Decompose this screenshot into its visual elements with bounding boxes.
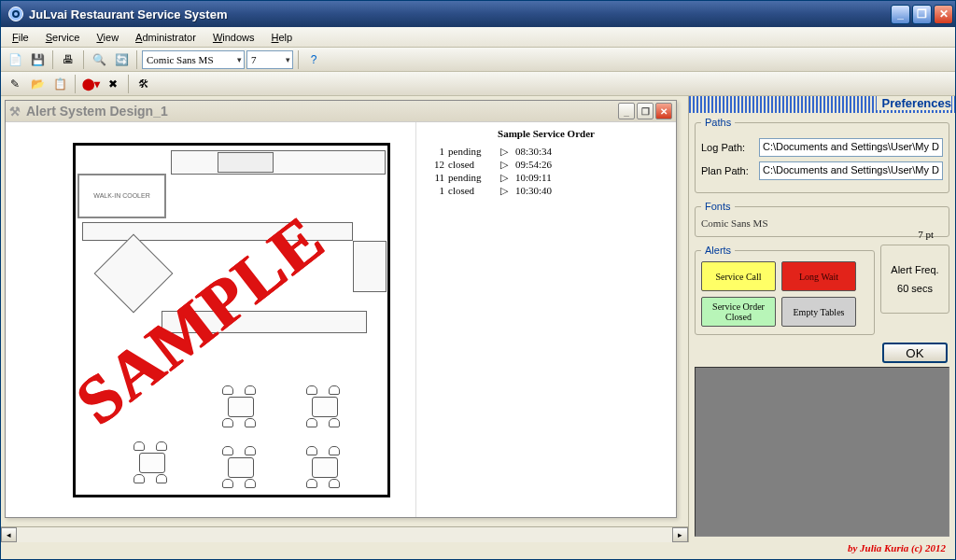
stop-icon[interactable]: ✖: [103, 74, 123, 94]
plan-path-label: Plan Path:: [701, 165, 753, 176]
properties-icon[interactable]: 📋: [49, 74, 70, 94]
order-row[interactable]: 11pending▷10:09:11: [426, 171, 667, 184]
mdi-area: ⚒ Alert System Design_1 _ ❐ ✕ WALK-IN CO…: [1, 96, 688, 542]
refresh-icon[interactable]: 🔄: [111, 49, 132, 70]
floor-plan-drawing: WALK-IN COOLER: [17, 133, 400, 507]
save-icon[interactable]: 💾: [27, 49, 48, 70]
font-name-value: Comic Sans MS: [701, 217, 943, 229]
plan-path-input[interactable]: C:\Documents and Settings\User\My D: [759, 161, 943, 180]
order-row[interactable]: 12closed▷09:54:26: [426, 158, 667, 171]
design-child-window: ⚒ Alert System Design_1 _ ❐ ✕ WALK-IN CO…: [5, 100, 677, 518]
menu-windows[interactable]: Windows: [205, 30, 262, 45]
minimize-button[interactable]: _: [891, 5, 910, 24]
child-minimize-button[interactable]: _: [618, 103, 635, 119]
app-icon: [8, 7, 23, 21]
alert-freq-value: 60 secs: [897, 283, 933, 294]
font-name-combo[interactable]: Comic Sans MS: [142, 50, 245, 69]
content-area: ⚒ Alert System Design_1 _ ❐ ✕ WALK-IN CO…: [1, 96, 955, 542]
fonts-group: Fonts Comic Sans MS 7 pt: [695, 201, 949, 237]
walk-in-cooler: WALK-IN COOLER: [77, 174, 166, 218]
long-wait-button[interactable]: Long Wait: [781, 261, 856, 291]
menu-help[interactable]: Help: [264, 30, 301, 45]
main-window: JuLvai Restaurant Service System _ ❐ ✕ F…: [0, 0, 956, 560]
toolbar-secondary: ✎ 📂 📋 ⬤▾ ✖ 🛠: [1, 72, 955, 96]
child-titlebar: ⚒ Alert System Design_1 _ ❐ ✕: [6, 101, 676, 121]
service-order-pane: Sample Service Order 1pending▷08:30:3412…: [416, 122, 676, 517]
child-maximize-button[interactable]: ❐: [637, 103, 654, 119]
order-panel-title: Sample Service Order: [426, 128, 667, 139]
service-order-closed-button[interactable]: Service Order Closed: [701, 297, 776, 327]
mdi-horizontal-scrollbar[interactable]: ◂ ▸: [1, 526, 688, 542]
alert-toggle-icon[interactable]: ⬤▾: [80, 74, 101, 94]
preferences-header: Preferences: [689, 96, 955, 113]
toolbar-main: 📄 💾 🖶 🔍 🔄 Comic Sans MS 7 ?: [1, 48, 955, 72]
ok-button[interactable]: OK: [882, 343, 948, 363]
help-icon[interactable]: ?: [303, 49, 324, 70]
order-row[interactable]: 1pending▷08:30:34: [426, 145, 667, 158]
edit-icon[interactable]: ✎: [5, 74, 25, 94]
search-icon[interactable]: 🔍: [89, 49, 109, 70]
empty-tables-button[interactable]: Empty Tables: [781, 297, 856, 327]
new-icon[interactable]: 📄: [5, 49, 25, 70]
scroll-right-button[interactable]: ▸: [672, 527, 688, 542]
app-title: JuLvai Restaurant Service System: [29, 7, 891, 21]
alert-freq-label: Alert Freq.: [891, 264, 938, 275]
menubar: File Service View Administrator Windows …: [1, 27, 955, 48]
titlebar: JuLvai Restaurant Service System _ ❐ ✕: [1, 1, 955, 27]
menu-file-label: ile: [19, 32, 29, 43]
paths-group: Paths Log Path: C:\Documents and Setting…: [695, 117, 949, 193]
preview-panel: [695, 367, 949, 537]
scroll-left-button[interactable]: ◂: [1, 527, 17, 542]
log-path-input[interactable]: C:\Documents and Settings\User\My D: [759, 138, 943, 157]
close-button[interactable]: ✕: [934, 5, 953, 24]
print-icon[interactable]: 🖶: [58, 49, 78, 70]
footer-credit: by Julia Kuria (c) 2012: [1, 542, 955, 559]
child-title-text: Alert System Design_1: [26, 104, 168, 119]
folder-open-icon[interactable]: 📂: [27, 74, 48, 94]
alerts-group: Alerts Service Call Service Order Closed…: [695, 245, 875, 335]
floor-plan-pane[interactable]: WALK-IN COOLER: [6, 122, 416, 517]
child-close-button[interactable]: ✕: [655, 103, 672, 119]
maximize-button[interactable]: ❐: [912, 5, 932, 24]
menu-file[interactable]: File: [5, 30, 36, 45]
menu-administrator[interactable]: Administrator: [128, 30, 204, 45]
hammer-icon: ⚒: [9, 105, 21, 119]
preferences-panel: Preferences Paths Log Path: C:\Documents…: [688, 96, 955, 542]
service-call-button[interactable]: Service Call: [701, 261, 776, 291]
order-row[interactable]: 1closed▷10:30:40: [426, 184, 667, 197]
menu-view[interactable]: View: [89, 30, 126, 45]
menu-service[interactable]: Service: [38, 30, 88, 45]
alert-frequency-box: Alert Freq. 60 secs: [880, 245, 949, 314]
font-size-combo[interactable]: 7: [246, 50, 293, 69]
font-size-value: 7 pt: [918, 229, 934, 240]
log-path-label: Log Path:: [701, 142, 753, 153]
tools-icon[interactable]: 🛠: [134, 74, 154, 94]
